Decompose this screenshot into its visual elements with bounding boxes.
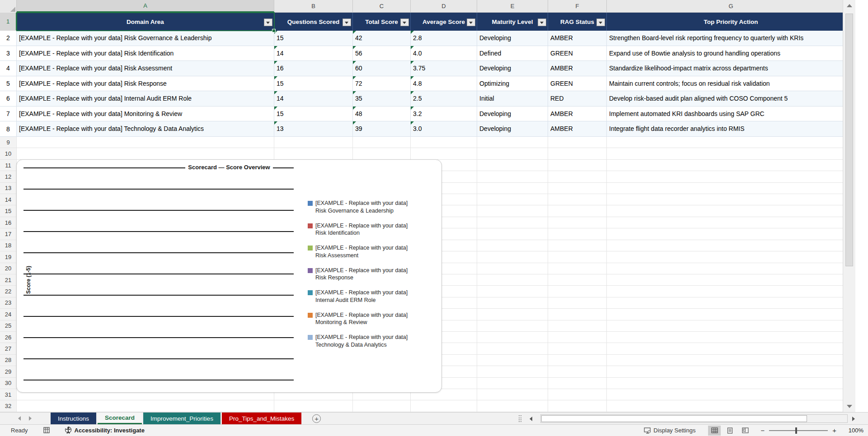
empty-cell[interactable] [477, 355, 548, 366]
cell-top-priority-action[interactable]: Integrate flight data recorder analytics… [607, 121, 855, 137]
row-number[interactable]: 18 [0, 240, 17, 251]
empty-cell[interactable] [477, 160, 548, 171]
cell-questions-scored[interactable]: 15 [274, 107, 353, 122]
zoom-level[interactable]: 100% [844, 427, 863, 434]
empty-cell[interactable] [477, 366, 548, 377]
sheet-tab-improvement_priorities[interactable]: Improvement_Priorities [143, 413, 221, 424]
row-number[interactable]: 28 [0, 355, 17, 366]
row-number[interactable]: 16 [0, 217, 17, 228]
empty-cell[interactable] [477, 194, 548, 205]
row-number[interactable]: 20 [0, 263, 17, 274]
empty-cell[interactable] [411, 148, 477, 159]
cell-average-score[interactable]: 2.8 [411, 31, 477, 46]
empty-cell[interactable] [274, 137, 353, 148]
column-header-D[interactable]: D [411, 0, 477, 12]
horizontal-scrollbar-thumb[interactable] [541, 415, 807, 422]
cell-top-priority-action[interactable]: Maintain current controls; focus on resi… [607, 76, 855, 92]
scroll-right-icon[interactable] [852, 417, 855, 421]
cell-total-score[interactable]: 60 [353, 61, 411, 76]
empty-cell[interactable] [548, 263, 607, 274]
scroll-down-icon[interactable] [847, 405, 852, 408]
cell-top-priority-action[interactable]: Implement automated KRI dashboards using… [607, 107, 855, 122]
empty-cell[interactable] [274, 400, 353, 412]
cell-maturity-level[interactable]: Defined [477, 46, 548, 61]
tab-nav-left-icon[interactable] [18, 416, 21, 421]
empty-cell[interactable] [477, 137, 548, 148]
empty-cell[interactable] [548, 297, 607, 309]
cell-domain-area[interactable]: [EXAMPLE - Replace with your data] Risk … [17, 76, 274, 92]
cell-average-score[interactable]: 3.75 [411, 61, 477, 76]
cell-top-priority-action[interactable]: Develop risk-based audit plan aligned wi… [607, 91, 855, 107]
cell-average-score[interactable]: 3.0 [411, 121, 477, 137]
empty-cell[interactable] [607, 263, 855, 274]
cell-top-priority-action[interactable]: Expand use of Bowtie analysis to ground … [607, 46, 855, 61]
cell-average-score[interactable]: 2.5 [411, 91, 477, 107]
row-number[interactable]: 25 [0, 320, 17, 332]
cell-total-score[interactable]: 39 [353, 121, 411, 137]
cell-questions-scored[interactable]: 14 [274, 91, 353, 107]
row-number[interactable]: 8 [0, 121, 17, 137]
empty-cell[interactable] [607, 274, 855, 286]
cell-top-priority-action[interactable]: Strengthen Board-level risk reporting fr… [607, 31, 855, 46]
zoom-in-button[interactable]: + [832, 427, 836, 434]
cell-rag-status[interactable]: RED [548, 91, 607, 107]
empty-cell[interactable] [477, 320, 548, 332]
sheet-tab-scorecard[interactable]: Scorecard [98, 413, 142, 424]
empty-cell[interactable] [607, 378, 855, 389]
empty-cell[interactable] [607, 148, 855, 159]
empty-cell[interactable] [353, 137, 411, 148]
row-number[interactable]: 11 [0, 160, 17, 171]
empty-cell[interactable] [607, 400, 855, 412]
scroll-left-icon[interactable] [530, 417, 532, 421]
empty-cell[interactable] [477, 343, 548, 354]
column-header-E[interactable]: E [477, 0, 548, 12]
empty-cell[interactable] [477, 205, 548, 217]
empty-cell[interactable] [548, 251, 607, 263]
cell-top-priority-action[interactable]: Standardize likelihood-impact matrix acr… [607, 61, 855, 76]
cell-rag-status[interactable]: AMBER [548, 107, 607, 122]
row-number[interactable]: 23 [0, 297, 17, 309]
cell-questions-scored[interactable]: 15 [274, 76, 353, 92]
empty-cell[interactable] [607, 332, 855, 343]
cell-total-score[interactable]: 42 [353, 31, 411, 46]
empty-cell[interactable] [353, 400, 411, 412]
filter-button[interactable] [343, 19, 351, 26]
empty-cell[interactable] [548, 366, 607, 377]
row-number[interactable]: 15 [0, 205, 17, 217]
fill-handle[interactable] [272, 29, 276, 32]
sheet-tab-instructions[interactable]: Instructions [51, 413, 96, 424]
empty-cell[interactable] [548, 274, 607, 286]
empty-cell[interactable] [548, 183, 607, 194]
empty-cell[interactable] [607, 309, 855, 320]
empty-cell[interactable] [477, 183, 548, 194]
header-total-score[interactable]: Total Score [353, 13, 411, 31]
empty-cell[interactable] [548, 217, 607, 228]
new-sheet-button[interactable]: + [312, 414, 321, 423]
cell-rag-status[interactable]: AMBER [548, 61, 607, 76]
cell-maturity-level[interactable]: Developing [477, 61, 548, 76]
select-all-corner[interactable] [0, 0, 17, 13]
vertical-scrollbar[interactable] [843, 0, 855, 412]
empty-cell[interactable] [477, 378, 548, 389]
filter-button[interactable] [538, 19, 546, 26]
filter-button[interactable] [596, 19, 605, 26]
empty-cell[interactable] [607, 297, 855, 309]
cell-domain-area[interactable]: [EXAMPLE - Replace with your data] Risk … [17, 31, 274, 46]
cell-domain-area[interactable]: [EXAMPLE - Replace with your data] Techn… [17, 121, 274, 137]
row-number[interactable]: 17 [0, 228, 17, 240]
row-number[interactable]: 6 [0, 91, 17, 107]
column-header-C[interactable]: C [353, 0, 411, 12]
row-number[interactable]: 4 [0, 61, 17, 76]
empty-cell[interactable] [477, 148, 548, 159]
zoom-out-button[interactable]: − [760, 427, 765, 434]
empty-cell[interactable] [477, 240, 548, 251]
empty-cell[interactable] [17, 137, 274, 148]
empty-cell[interactable] [548, 400, 607, 412]
row-number[interactable]: 10 [0, 148, 17, 159]
empty-cell[interactable] [607, 286, 855, 297]
empty-cell[interactable] [607, 343, 855, 354]
column-header-F[interactable]: F [548, 0, 607, 12]
empty-cell[interactable] [548, 148, 607, 159]
cell-average-score[interactable]: 4.0 [411, 46, 477, 61]
empty-cell[interactable] [548, 171, 607, 182]
